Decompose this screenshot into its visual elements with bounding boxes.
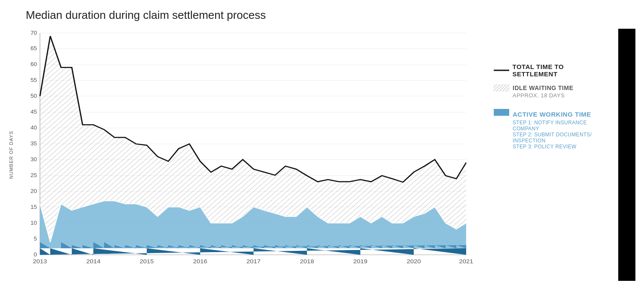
legend-step2: STEP 2: SUBMIT DOCUMENTS/ INSPECTION <box>513 132 610 144</box>
svg-rect-49 <box>494 109 509 116</box>
svg-text:50: 50 <box>30 93 37 99</box>
chart-title: Median duration during claim settlement … <box>26 9 635 22</box>
svg-text:2015: 2015 <box>140 258 154 265</box>
legend-active: ACTIVE WORKING TIME STEP 1: NOTIFY INSUR… <box>494 106 610 150</box>
svg-text:2013: 2013 <box>33 258 47 265</box>
svg-text:60: 60 <box>30 61 37 67</box>
svg-text:10: 10 <box>30 220 37 226</box>
svg-text:55: 55 <box>30 77 37 83</box>
legend-idle-sub: APPROX. 18 DAYS <box>513 92 610 99</box>
svg-text:2019: 2019 <box>353 258 368 265</box>
svg-marker-45 <box>40 248 466 255</box>
legend-idle-label: IDLE WAITING TIME <box>513 84 574 91</box>
svg-rect-48 <box>494 84 509 91</box>
idle-hatch-icon <box>494 84 509 91</box>
chart-area: NUMBER OF DAYS <box>9 29 635 281</box>
svg-text:25: 25 <box>30 172 37 178</box>
legend-active-label: ACTIVE WORKING TIME <box>513 111 591 118</box>
svg-text:2018: 2018 <box>300 258 314 265</box>
legend-total: TOTAL TIME TO SETTLEMENT <box>494 63 610 78</box>
svg-text:2021: 2021 <box>459 258 473 265</box>
svg-text:65: 65 <box>30 45 37 51</box>
svg-text:70: 70 <box>30 30 37 36</box>
right-black-bar <box>618 29 635 281</box>
legend-panel: TOTAL TIME TO SETTLEMENT <box>481 29 618 281</box>
svg-text:40: 40 <box>30 125 37 131</box>
svg-text:2020: 2020 <box>407 258 421 265</box>
svg-text:0: 0 <box>34 252 37 258</box>
svg-text:2016: 2016 <box>193 258 207 265</box>
active-fill-icon <box>494 109 509 116</box>
svg-text:20: 20 <box>30 188 37 194</box>
svg-text:15: 15 <box>30 204 37 210</box>
legend-idle: IDLE WAITING TIME APPROX. 18 DAYS <box>494 84 610 99</box>
chart-and-legend: 0 5 10 15 20 25 30 35 40 45 50 55 60 65 <box>15 29 635 281</box>
svg-text:30: 30 <box>30 157 37 163</box>
svg-text:45: 45 <box>30 108 37 114</box>
total-line-icon <box>494 67 509 74</box>
svg-text:2017: 2017 <box>246 258 261 265</box>
y-axis-label: NUMBER OF DAYS <box>9 131 14 179</box>
svg-text:5: 5 <box>34 235 37 241</box>
svg-text:35: 35 <box>30 140 37 146</box>
svg-text:2014: 2014 <box>86 258 100 265</box>
legend-step3: STEP 3: POLICY REVIEW <box>513 144 610 150</box>
legend-total-label: TOTAL TIME TO SETTLEMENT <box>513 63 610 78</box>
main-container: Median duration during claim settlement … <box>0 0 644 295</box>
chart-wrapper: 0 5 10 15 20 25 30 35 40 45 50 55 60 65 <box>15 29 481 281</box>
chart-svg: 0 5 10 15 20 25 30 35 40 45 50 55 60 65 <box>15 29 481 281</box>
legend-step1: STEP 1: NOTIFY INSURANCE COMPANY <box>513 120 610 132</box>
